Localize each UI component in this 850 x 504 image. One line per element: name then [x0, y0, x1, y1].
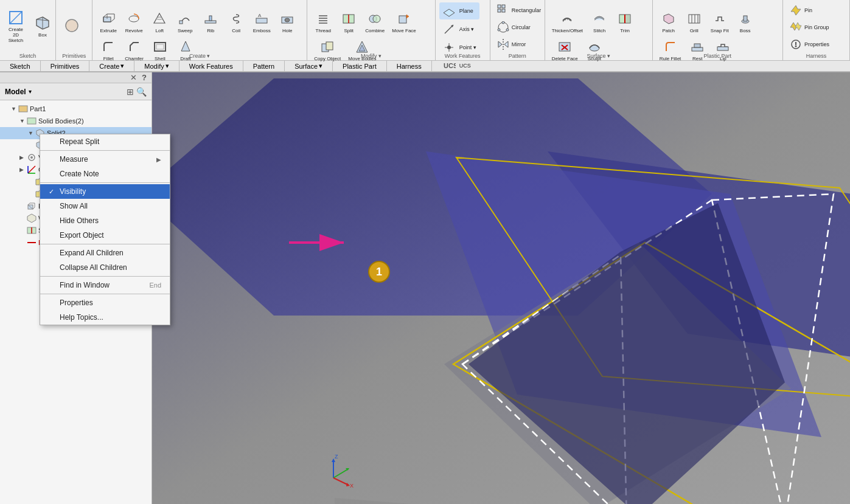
svg-marker-36	[444, 9, 455, 16]
ucs-button[interactable]: UCS UCS	[439, 57, 479, 74]
plane-button[interactable]: Plane	[439, 2, 479, 19]
pin-button[interactable]: Pin	[787, 2, 832, 18]
snap-fit-button[interactable]: Snap Fit	[708, 9, 732, 35]
tree-item-part1[interactable]: ▼ Part1	[0, 103, 152, 115]
combine-button[interactable]: Combine	[362, 9, 388, 35]
svg-point-79	[30, 156, 33, 159]
harness-section-label: Harness	[783, 53, 849, 59]
mirror-button[interactable]: Mirror	[494, 36, 545, 52]
split-button[interactable]: Split	[336, 9, 361, 35]
solid-bodies-icon	[27, 116, 37, 126]
ctx-measure[interactable]: Measure ▶	[40, 152, 170, 167]
boss-button[interactable]: Boss	[733, 9, 758, 35]
stitch-button[interactable]: Stitch	[587, 9, 611, 35]
svg-rect-30	[399, 16, 406, 23]
section-modify: Thread Split Combine	[307, 0, 435, 60]
revolve-icon	[125, 10, 142, 27]
emboss-button[interactable]: A Emboss	[249, 9, 274, 35]
tab-pattern[interactable]: Pattern	[243, 61, 285, 71]
coil-button[interactable]: Coil	[224, 9, 248, 35]
viewport[interactable]: 1 Z X	[152, 72, 850, 504]
hole-icon	[279, 10, 296, 27]
rib-button[interactable]: Rib	[198, 9, 223, 35]
revolve-button[interactable]: Revolve	[122, 9, 146, 35]
patch-button[interactable]: Patch	[657, 9, 681, 35]
grill-button[interactable]: Grill	[682, 9, 706, 35]
ctx-export-object[interactable]: Export Object	[40, 228, 170, 243]
harness-properties-button[interactable]: Properties	[787, 36, 832, 52]
surface-section-label: Surface ▾	[545, 53, 652, 59]
tab-primitives[interactable]: Primitives	[41, 61, 90, 71]
pattern-section-label: Pattern	[490, 53, 545, 59]
loft-icon	[151, 10, 168, 27]
ctx-collapse-all[interactable]: Collapse All Children	[40, 260, 170, 275]
harness-properties-icon	[790, 38, 802, 50]
panel-dropdown-icon[interactable]: ▾	[29, 88, 32, 95]
ctx-sep-1	[40, 150, 170, 151]
ctx-expand-all[interactable]: Expand All Children	[40, 246, 170, 260]
ctx-show-all[interactable]: Show All	[40, 199, 170, 213]
thread-icon	[315, 10, 332, 27]
axis-widget: Z X	[321, 454, 358, 490]
svg-text:UCS: UCS	[444, 62, 456, 69]
thread-button[interactable]: Thread	[311, 9, 335, 35]
svg-point-5	[66, 19, 78, 32]
ctx-repeat-split[interactable]: Repeat Split	[40, 134, 170, 149]
search-icon[interactable]: 🔍	[136, 87, 147, 97]
view-icon	[27, 153, 37, 162]
trim-button[interactable]: Trim	[613, 9, 637, 35]
svg-marker-61	[664, 14, 674, 24]
create-2d-sketch-button[interactable]: Create 2D Sketch	[4, 7, 28, 45]
panel-title: Model	[5, 88, 26, 96]
svg-rect-46	[502, 9, 505, 12]
primitives-section-label: Primitives	[56, 53, 92, 59]
section-harness: Pin Pin Group Properties Harness	[783, 0, 850, 60]
loft-button[interactable]: Loft	[147, 9, 172, 35]
axis-button[interactable]: Axis ▾	[439, 21, 479, 38]
ctx-properties[interactable]: Properties	[40, 295, 170, 310]
svg-rect-43	[498, 5, 501, 8]
extrude-icon	[100, 10, 117, 27]
rectangular-icon	[497, 4, 509, 16]
svg-marker-52	[498, 41, 502, 47]
panel-help-button[interactable]: ?	[139, 73, 149, 82]
panel-close-button[interactable]: ✕	[128, 73, 139, 82]
ctx-find-in-window[interactable]: Find in Window End	[40, 278, 170, 292]
extrude-button[interactable]: Extrude	[96, 9, 120, 35]
boss-icon	[737, 10, 754, 27]
ctx-sep-3	[40, 244, 170, 244]
hole-button[interactable]: Hole	[275, 9, 299, 35]
ctx-help-topics[interactable]: Help Topics...	[40, 310, 170, 325]
thicken-offset-button[interactable]: Thicken/Offset	[549, 9, 586, 35]
ctx-hide-others[interactable]: Hide Others	[40, 213, 170, 228]
move-face-button[interactable]: Move Face	[389, 9, 419, 35]
mirror-icon	[497, 38, 509, 50]
pin-group-button[interactable]: Pin Group	[787, 19, 832, 35]
number-badge: 1	[368, 261, 390, 283]
svg-point-73	[795, 46, 797, 47]
tab-sketch[interactable]: Sketch	[0, 61, 41, 71]
move-face-icon	[395, 10, 413, 27]
svg-point-11	[156, 17, 162, 19]
box-icon	[34, 15, 51, 32]
plane-icon	[442, 4, 456, 18]
circular-button[interactable]: Circular	[494, 19, 545, 35]
sweep-button[interactable]: Sweep	[173, 9, 197, 35]
svg-rect-14	[209, 16, 212, 21]
create-section-label: Create ▾	[92, 53, 307, 59]
tree-item-solid-bodies[interactable]: ▼ Solid Bodies(2)	[0, 115, 152, 127]
toolbar: Create 2D Sketch Box Sketch	[0, 0, 850, 72]
section-plastic-part: Patch Grill Snap Fit	[653, 0, 783, 60]
primitives-button[interactable]	[60, 15, 84, 36]
sketch-section-label: Sketch	[0, 53, 55, 59]
tab-harness[interactable]: Harness	[387, 61, 432, 71]
box-button[interactable]: Box	[30, 7, 55, 45]
svg-rect-67	[744, 16, 747, 21]
pin-group-icon	[790, 21, 802, 33]
rectangular-button[interactable]: Rectangular	[494, 2, 545, 18]
svg-rect-56	[626, 15, 630, 23]
ctx-create-note[interactable]: Create Note	[40, 167, 170, 181]
filter-icon[interactable]: ⊞	[127, 87, 134, 97]
sweep-icon	[176, 10, 193, 27]
ctx-visibility[interactable]: ✓ Visibility	[40, 184, 170, 199]
